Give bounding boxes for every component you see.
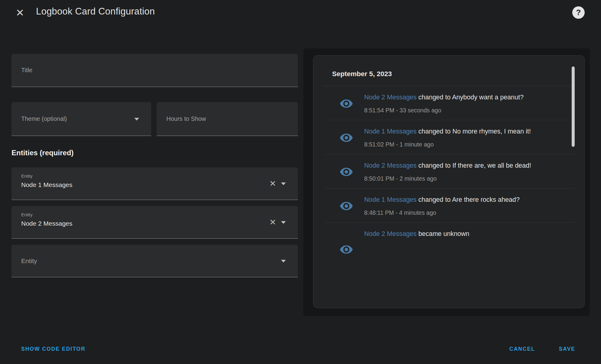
logbook-entry: Node 2 Messages changed to Anybody want … xyxy=(324,86,574,120)
chevron-down-icon[interactable] xyxy=(134,118,139,121)
entry-message-text: changed to Are there rocks ahead? xyxy=(418,196,520,203)
entry-body: Node 1 Messages changed to No more rhyme… xyxy=(364,125,549,150)
chevron-down-icon[interactable] xyxy=(281,260,286,263)
config-form: Title Theme (optional) Hours to Show Ent… xyxy=(11,54,298,277)
entry-message: Node 2 Messages became unknown xyxy=(364,227,549,240)
dialog-title: Logbook Card Configuration xyxy=(36,6,155,17)
eye-icon xyxy=(339,165,353,179)
entry-timestamp: 8:50:01 PM - 2 minutes ago xyxy=(364,172,549,185)
logbook-entry: Node 1 Messages changed to No more rhyme… xyxy=(324,120,574,154)
entity-picker-2[interactable]: Entity Node 2 Messages ✕ xyxy=(11,206,298,239)
logbook-entry: Node 1 Messages changed to Are there roc… xyxy=(324,188,574,223)
eye-icon xyxy=(339,131,353,145)
title-input[interactable]: Title xyxy=(11,54,298,87)
hours-to-show-label: Hours to Show xyxy=(166,115,206,122)
theme-select[interactable]: Theme (optional) xyxy=(11,102,151,136)
theme-hours-row: Theme (optional) Hours to Show xyxy=(11,102,298,136)
entry-message: Node 1 Messages changed to No more rhyme… xyxy=(364,125,549,138)
scrollbar[interactable] xyxy=(572,66,575,147)
eye-icon xyxy=(339,243,353,256)
entry-body: Node 2 Messages changed to Anybody want … xyxy=(364,91,549,116)
cancel-button[interactable]: CANCEL xyxy=(507,342,537,356)
entry-message-text: changed to Anybody want a peanut? xyxy=(418,94,524,101)
eye-icon xyxy=(339,199,353,213)
action-bar: SHOW CODE EDITOR CANCEL SAVE xyxy=(0,342,601,357)
logbook-entry: Node 2 Messages changed to If there are,… xyxy=(324,154,574,188)
entity-link[interactable]: Node 1 Messages xyxy=(364,128,416,135)
card-preview-panel: September 5, 2023 Node 2 Messages change… xyxy=(303,48,590,316)
entity-picker-1-label: Entity xyxy=(21,173,262,179)
help-icon[interactable]: ? xyxy=(572,6,585,19)
hours-to-show-input[interactable]: Hours to Show xyxy=(157,102,298,136)
entry-message-text: changed to If there are, we all be dead! xyxy=(418,162,531,169)
logbook-entries: Node 2 Messages changed to Anybody want … xyxy=(324,86,574,260)
logbook-card: September 5, 2023 Node 2 Messages change… xyxy=(313,55,585,308)
logbook-date-header: September 5, 2023 xyxy=(332,70,574,78)
entities-heading: Entities (required) xyxy=(11,149,298,157)
entity-picker-3[interactable]: Entity xyxy=(11,245,298,277)
chevron-down-icon[interactable] xyxy=(281,182,286,185)
entity-picker-2-label: Entity xyxy=(21,212,262,217)
theme-select-label: Theme (optional) xyxy=(21,115,67,122)
show-code-editor-button[interactable]: SHOW CODE EDITOR xyxy=(19,342,88,356)
entity-picker-2-value: Node 2 Messages xyxy=(21,220,262,227)
eye-icon xyxy=(339,97,353,111)
entity-link[interactable]: Node 2 Messages xyxy=(364,162,416,169)
entry-message-text: changed to No more rhymes, I mean it! xyxy=(418,128,531,135)
entry-timestamp: 8:51:54 PM - 33 seconds ago xyxy=(364,104,549,116)
entry-body: Node 2 Messages became unknown xyxy=(364,227,549,241)
title-input-label: Title xyxy=(21,67,32,74)
entry-timestamp: 8:48:11 PM - 4 minutes ago xyxy=(364,207,549,219)
dialog-header: ✕ Logbook Card Configuration ? xyxy=(0,0,601,25)
entry-body: Node 2 Messages changed to If there are,… xyxy=(364,159,549,185)
clear-icon[interactable]: ✕ xyxy=(269,218,276,226)
save-button[interactable]: SAVE xyxy=(557,342,578,356)
logbook-entry: Node 2 Messages became unknown xyxy=(324,223,574,260)
entity-picker-3-label: Entity xyxy=(21,257,37,265)
entity-link[interactable]: Node 2 Messages xyxy=(364,230,416,237)
chevron-down-icon[interactable] xyxy=(281,221,286,224)
close-icon[interactable]: ✕ xyxy=(13,5,27,20)
entry-body: Node 1 Messages changed to Are there roc… xyxy=(364,193,549,219)
entry-message: Node 2 Messages changed to Anybody want … xyxy=(364,91,549,104)
entity-picker-1-value: Node 1 Messages xyxy=(21,181,262,188)
entry-message: Node 2 Messages changed to If there are,… xyxy=(364,159,549,172)
entry-message-text: became unknown xyxy=(418,230,469,237)
entity-link[interactable]: Node 1 Messages xyxy=(364,196,416,203)
entity-picker-1[interactable]: Entity Node 1 Messages ✕ xyxy=(11,167,298,200)
entry-message: Node 1 Messages changed to Are there roc… xyxy=(364,193,549,206)
entity-link[interactable]: Node 2 Messages xyxy=(364,94,416,101)
clear-icon[interactable]: ✕ xyxy=(269,179,276,188)
entry-timestamp: 8:51:02 PM - 1 minute ago xyxy=(364,138,549,150)
